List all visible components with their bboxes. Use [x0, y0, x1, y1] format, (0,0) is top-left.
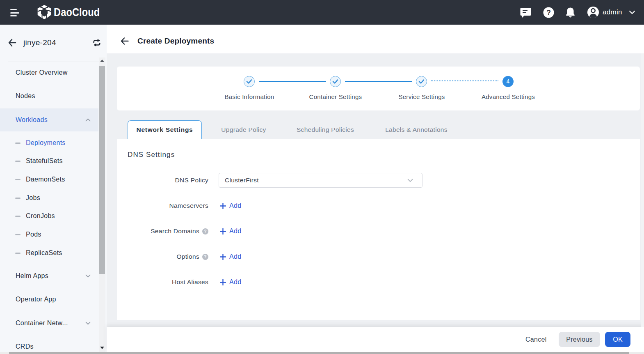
svg-text:?: ?: [546, 9, 551, 17]
